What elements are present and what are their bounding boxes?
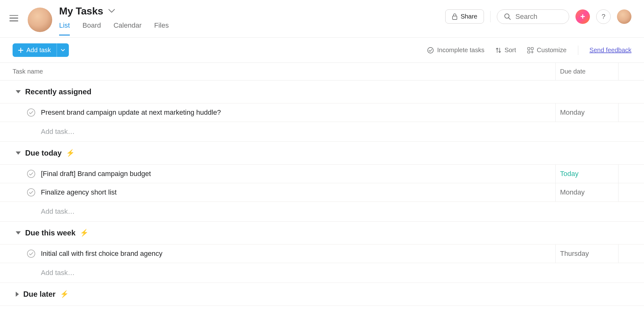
add-task-row[interactable]: Add task… [0,263,644,283]
lightning-bolt-icon: ⚡ [60,290,69,298]
tab-calendar[interactable]: Calendar [114,21,142,36]
add-task-dropdown-button[interactable] [57,43,69,57]
task-name-cell: [Final draft] Brand campaign budget [0,165,555,183]
task-name: Finalize agency short list [41,188,117,196]
task-row[interactable]: Initial call with first choice brand age… [0,245,644,263]
toolbar: Add task Incomplete tasks Sort Customize [0,38,644,63]
sort-button[interactable]: Sort [496,47,516,54]
svg-rect-6 [528,47,530,50]
task-row[interactable]: [Final draft] Brand campaign budgetToday [0,165,644,183]
task-name-cell: Present brand campaign update at next ma… [0,103,555,122]
chevron-down-icon [61,49,65,52]
divider [578,46,578,55]
search-input[interactable] [515,13,562,21]
section-header[interactable]: Due this week⚡ [0,222,644,245]
lightning-bolt-icon: ⚡ [66,149,75,157]
customize-icon [527,47,534,53]
page-title: My Tasks [59,5,103,17]
plus-icon [18,48,23,53]
caret-down-icon [16,231,21,234]
complete-checkbox[interactable] [27,188,35,196]
add-task-row[interactable]: Add task… [0,202,644,222]
task-name: Present brand campaign update at next ma… [41,108,221,117]
share-label: Share [461,13,477,20]
sort-icon [496,47,501,53]
col-header-name[interactable]: Task name [0,63,555,80]
task-due-cell[interactable]: Today [555,165,618,183]
task-extra-cell [618,103,644,122]
task-extra-cell [618,165,644,183]
col-header-extra[interactable] [618,63,644,80]
menu-icon[interactable] [9,15,18,21]
task-name: [Final draft] Brand campaign budget [41,170,151,178]
tab-files[interactable]: Files [154,21,169,36]
task-name-cell: Initial call with first choice brand age… [0,245,555,263]
title-wrap: My Tasks List Board Calendar Files [59,5,169,36]
svg-rect-0 [452,16,457,19]
complete-checkbox[interactable] [27,170,35,178]
sections-container: Recently assignedPresent brand campaign … [0,80,644,306]
global-add-button[interactable]: + [575,9,590,24]
task-name-cell: Finalize agency short list [0,183,555,201]
svg-point-5 [428,47,433,53]
add-task-group: Add task [13,43,69,57]
svg-rect-8 [528,51,530,53]
section-title: Recently assigned [25,87,92,96]
project-avatar[interactable] [28,8,52,32]
svg-line-2 [509,18,511,19]
share-button[interactable]: Share [445,9,484,24]
lock-icon [452,14,458,20]
user-avatar[interactable] [617,9,631,24]
svg-rect-7 [531,47,533,50]
add-task-placeholder[interactable]: Add task… [0,202,555,221]
chevron-down-icon[interactable] [108,9,115,13]
add-task-placeholder[interactable]: Add task… [0,263,555,283]
caret-down-icon [16,90,21,93]
caret-right-icon [16,292,19,297]
section-title: Due this week [25,229,75,237]
tabs: List Board Calendar Files [59,21,169,36]
complete-checkbox[interactable] [27,108,35,117]
task-row[interactable]: Present brand campaign update at next ma… [0,103,644,122]
caret-down-icon [16,151,21,155]
lightning-bolt-icon: ⚡ [80,229,88,237]
complete-checkbox[interactable] [27,250,35,258]
section-title: Due later [23,290,56,299]
table-header: Task name Due date [0,63,644,80]
col-header-due[interactable]: Due date [555,63,618,80]
add-task-row[interactable]: Add task… [0,122,644,142]
section-title: Due today [25,149,62,157]
help-button[interactable]: ? [596,9,611,24]
sort-label: Sort [504,47,516,54]
question-icon: ? [602,13,605,21]
task-row[interactable]: Finalize agency short listMonday [0,183,644,202]
toolbar-right: Incomplete tasks Sort Customize Send fee… [427,46,631,55]
add-task-button[interactable]: Add task [13,43,57,57]
topbar: My Tasks List Board Calendar Files Share [0,0,644,38]
task-due-cell[interactable]: Thursday [555,245,618,263]
search-icon [504,13,511,20]
add-task-placeholder[interactable]: Add task… [0,122,555,141]
section-header[interactable]: Due later⚡ [0,283,644,306]
task-extra-cell [618,245,644,263]
section-header[interactable]: Recently assigned [0,80,644,103]
divider [490,11,491,22]
customize-button[interactable]: Customize [527,47,566,54]
send-feedback-link[interactable]: Send feedback [590,47,631,54]
tab-board[interactable]: Board [82,21,101,36]
plus-icon: + [580,12,585,21]
task-name: Initial call with first choice brand age… [41,250,162,258]
filter-label: Incomplete tasks [437,47,484,54]
task-extra-cell [618,183,644,201]
check-circle-icon [427,47,434,54]
customize-label: Customize [537,47,566,54]
section-header[interactable]: Due today⚡ [0,142,644,165]
filter-incomplete[interactable]: Incomplete tasks [427,47,484,54]
task-due-cell[interactable]: Monday [555,103,618,122]
tab-list[interactable]: List [59,21,70,36]
top-right: Share + ? [445,9,631,24]
task-due-cell[interactable]: Monday [555,183,618,201]
search-box[interactable] [497,9,569,24]
add-task-label: Add task [26,47,51,54]
